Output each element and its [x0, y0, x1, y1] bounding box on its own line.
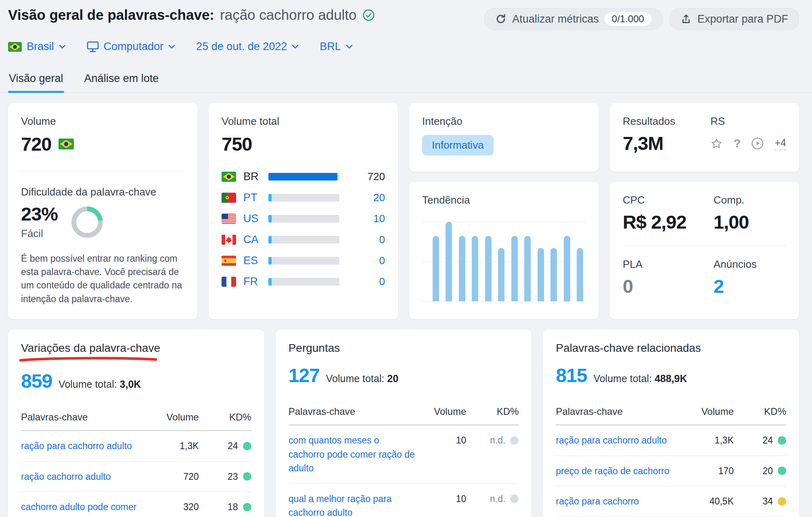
section-count[interactable]: 859 — [21, 370, 52, 392]
keyword-volume: 10 — [422, 492, 466, 506]
country-volume-value: 10 — [339, 212, 385, 225]
section-title: Variações da palavra-chave — [21, 342, 160, 354]
flag-br-icon — [8, 42, 22, 52]
section-count[interactable]: 815 — [556, 364, 587, 387]
keyword-link[interactable]: ração para cachorro adulto — [21, 439, 155, 453]
refresh-quota-badge: 0/1.000 — [605, 12, 651, 26]
chevron-down-icon — [59, 44, 66, 49]
keyword-link[interactable]: preço de ração de cachorro — [556, 464, 689, 478]
export-button-label: Exportar para PDF — [697, 13, 788, 25]
refresh-metrics-button[interactable]: Atualizar métricas 0/1.000 — [484, 8, 662, 30]
results-cpc-column: Resultados 7,3M RS ? — [610, 103, 799, 319]
keyword-table: ração para cachorro adulto1,3K24ração ca… — [21, 431, 251, 517]
trend-bar — [564, 236, 570, 301]
col-kd: KD% — [734, 406, 786, 417]
volume-total-label: Volume total — [222, 115, 385, 128]
kd-value: n.d. — [490, 492, 505, 506]
kd-value: 23 — [228, 470, 238, 484]
keyword-kd: 34 — [734, 494, 786, 509]
star-icon[interactable] — [710, 137, 723, 150]
volume-value: 720 — [21, 134, 51, 154]
trend-chart — [422, 222, 586, 301]
pla-label: PLA — [623, 258, 714, 271]
country-code-ca[interactable]: CA — [243, 233, 268, 246]
pla-value: 0 — [623, 276, 714, 296]
currency-filter-label: BRL — [320, 40, 341, 53]
country-volume-value: 0 — [339, 275, 385, 288]
col-volume: Volume — [422, 406, 466, 417]
page-title-keyword: ração cachorro adulto — [220, 6, 357, 23]
export-pdf-button[interactable]: Exportar para PDF — [670, 8, 799, 30]
cpc-card: CPC R$ 2,92 Comp. 1,00 PLA 0 — [610, 182, 799, 319]
trend-bar — [459, 236, 465, 301]
keyword-link[interactable]: qual a melhor ração para cachorro adulto — [289, 492, 422, 517]
flag-us-icon — [222, 214, 236, 224]
country-volume-bar — [268, 236, 339, 244]
keyword-link[interactable]: cachorro adulto pode comer ração de filh… — [21, 500, 155, 517]
country-volume-value: 720 — [339, 170, 385, 183]
section-total: Volume total: 3,0K — [59, 378, 141, 390]
volume-total-value: 750 — [222, 134, 252, 154]
filter-bar: Brasil Computador 25 de out. de 2022 BRL — [8, 40, 812, 53]
kd-dot — [510, 436, 519, 445]
keyword-volume: 1,3K — [689, 433, 734, 448]
date-filter[interactable]: 25 de out. de 2022 — [196, 40, 299, 53]
country-volume-bar — [268, 278, 339, 286]
section-total: Volume total: 20 — [326, 373, 398, 385]
red-underline-annotation — [19, 356, 158, 363]
tab-visao-geral[interactable]: Visão geral — [8, 69, 64, 92]
keyword-volume: 720 — [155, 470, 199, 484]
section-count[interactable]: 127 — [289, 364, 320, 387]
kd-value: 34 — [762, 494, 773, 509]
country-filter[interactable]: Brasil — [8, 40, 66, 53]
device-filter[interactable]: Computador — [87, 40, 176, 53]
keyword-row: com quantos meses o cachorro pode comer … — [289, 425, 519, 484]
keyword-volume: 320 — [155, 500, 199, 514]
keyword-sections: Variações da palavra-chave 859 Volume to… — [8, 330, 799, 517]
keyword-link[interactable]: com quantos meses o cachorro pode comer … — [289, 433, 422, 475]
kd-dot — [243, 472, 251, 481]
divider — [623, 246, 786, 246]
keyword-link[interactable]: ração para cachorro — [556, 494, 689, 509]
keyword-link[interactable]: ração para cachorro adulto — [556, 433, 689, 448]
keyword-row: ração para cachorro adulto1,3K24 — [556, 425, 786, 456]
kd-dot — [243, 503, 251, 511]
play-circle-icon[interactable] — [751, 137, 764, 150]
bar-tick — [268, 215, 272, 223]
country-volume-value: 0 — [339, 233, 385, 246]
country-code-pt[interactable]: PT — [243, 191, 268, 204]
country-volume-bar — [268, 173, 339, 181]
table-header: Palavras-chave Volume KD% — [556, 406, 786, 425]
kd-dot — [243, 442, 251, 450]
flag-es-icon — [222, 256, 236, 266]
trend-bar — [577, 248, 583, 301]
trend-bar — [485, 236, 492, 301]
country-code-fr[interactable]: FR — [243, 275, 268, 288]
kd-dot — [510, 494, 519, 503]
section-title: Perguntas — [289, 342, 340, 354]
table-header: Palavras-chave Volume KD% — [21, 412, 251, 431]
keyword-volume: 10 — [422, 433, 466, 448]
flag-pt-icon — [222, 193, 236, 203]
trend-bar — [433, 236, 439, 301]
country-code-us[interactable]: US — [243, 212, 268, 225]
export-icon — [680, 13, 692, 25]
col-keywords: Palavras-chave — [289, 406, 422, 417]
help-icon[interactable]: ? — [733, 137, 741, 150]
section-title: Palavras-chave relacionadas — [556, 342, 701, 354]
flag-ca-icon — [222, 235, 236, 245]
results-label: Resultados — [623, 115, 710, 128]
country-rows: BR720PT20US10CA0ES0FR0 — [222, 166, 385, 292]
keyword-link[interactable]: ração cachorro adulto — [21, 470, 155, 484]
ads-value[interactable]: 2 — [714, 276, 786, 296]
country-row: FR0 — [222, 271, 385, 292]
tab-analise-em-lote[interactable]: Análise em lote — [84, 69, 160, 92]
volume-label: Volume — [21, 115, 184, 128]
check-circle-icon — [362, 9, 375, 21]
keyword-volume: 1,3K — [155, 439, 199, 453]
currency-filter[interactable]: BRL — [320, 40, 353, 53]
intent-badge[interactable]: Informativa — [422, 135, 494, 156]
trend-bar — [498, 248, 504, 301]
more-metrics-link[interactable]: +4 — [774, 137, 786, 150]
country-code-es[interactable]: ES — [243, 254, 268, 267]
